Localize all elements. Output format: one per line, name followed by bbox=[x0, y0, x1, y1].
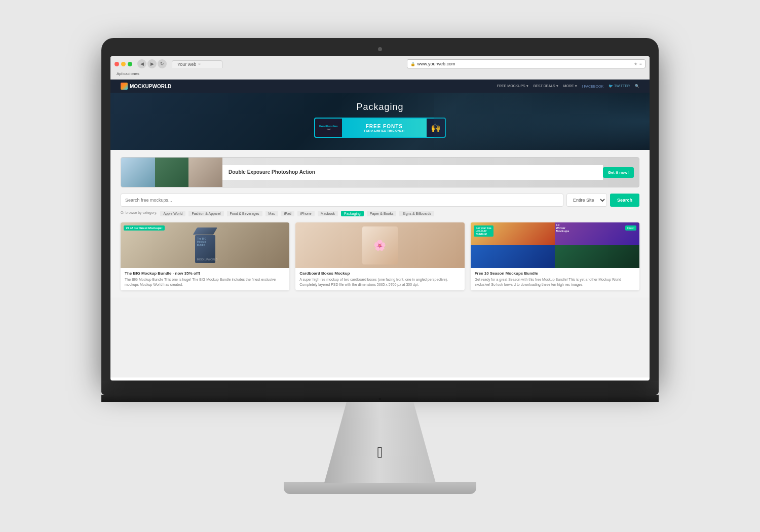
floral-box-illustration: 🌸 bbox=[362, 226, 398, 264]
nav-search[interactable]: 🔍 bbox=[635, 84, 639, 88]
navigation-bar: MOCKUPWORLD FREE MOCKUPS ▾ BEST DEALS ▾ … bbox=[110, 80, 650, 93]
product-desc-3: Get ready for a great Season with this f… bbox=[475, 277, 635, 287]
ad-title: Double Exposure Photoshop Action bbox=[229, 169, 597, 175]
product-grid: 75 of our finest Mockups! The BIGMockupB… bbox=[121, 222, 639, 290]
imac-screen: ◀ ▶ ↻ Your web × 🔒 www.yourweb.com ★ bbox=[110, 56, 650, 381]
category-bar-label: Or browse by category: bbox=[121, 211, 157, 216]
imac-camera bbox=[378, 47, 382, 51]
browser-chrome: ◀ ▶ ↻ Your web × 🔒 www.yourweb.com ★ bbox=[110, 56, 650, 80]
browser-tab[interactable]: Your web × bbox=[172, 60, 222, 68]
tab-close-button[interactable]: × bbox=[198, 62, 201, 66]
tab-title: Your web bbox=[177, 62, 196, 67]
imac-display: ◀ ▶ ↻ Your web × 🔒 www.yourweb.com ★ bbox=[101, 38, 659, 494]
product-card-3[interactable]: Get your freeHOLIDAYBUNDLE! Free! 10Wint… bbox=[471, 222, 639, 290]
address-bar[interactable]: 🔒 www.yourweb.com ★ ≡ bbox=[407, 59, 646, 68]
nav-buttons: ◀ ▶ ↻ bbox=[137, 59, 167, 68]
maximize-window-button[interactable] bbox=[128, 62, 132, 66]
nav-free-mockups[interactable]: FREE MOCKUPS ▾ bbox=[497, 84, 528, 88]
category-mac[interactable]: Mac bbox=[265, 211, 278, 216]
close-window-button[interactable] bbox=[115, 62, 119, 66]
site-header: MOCKUPWORLD FREE MOCKUPS ▾ BEST DEALS ▾ … bbox=[110, 80, 650, 150]
product-image-1: 75 of our finest Mockups! The BIGMockupB… bbox=[121, 222, 289, 268]
category-macbook[interactable]: Macbook bbox=[318, 211, 338, 216]
category-signs[interactable]: Signs & Billboards bbox=[399, 211, 434, 216]
banner-hands-icon: 🙌 bbox=[427, 123, 445, 133]
product-desc-2: A super high-res mockup of two cardboard… bbox=[299, 277, 460, 287]
forward-button[interactable]: ▶ bbox=[147, 59, 157, 68]
product-info-1: The BIG Mockup Bundle - now 35% off! The… bbox=[121, 268, 289, 290]
product-info-2: Cardboard Boxes Mockup A super high-res … bbox=[295, 268, 464, 290]
product-badge-3: Get your freeHOLIDAYBUNDLE! bbox=[474, 225, 493, 237]
category-packaging[interactable]: Packaging bbox=[341, 211, 364, 216]
product-card-2[interactable]: 🌸 Cardboard Boxes Mockup A super high-re… bbox=[295, 222, 464, 290]
imac-body: ◀ ▶ ↻ Your web × 🔒 www.yourweb.com ★ bbox=[101, 38, 659, 381]
imac-stand-base bbox=[284, 482, 476, 494]
nav-links: FREE MOCKUPS ▾ BEST DEALS ▾ MORE ▾ f FAC… bbox=[497, 84, 639, 88]
back-button[interactable]: ◀ bbox=[137, 59, 146, 68]
search-input[interactable] bbox=[121, 194, 563, 207]
category-ipad[interactable]: iPad bbox=[281, 211, 294, 216]
traffic-lights bbox=[115, 62, 132, 66]
product-image-2: 🌸 bbox=[295, 222, 464, 268]
ad-image-2 bbox=[155, 158, 189, 187]
bookmarks-bar: Aplicaciones bbox=[115, 70, 645, 77]
url-text: www.yourweb.com bbox=[417, 61, 455, 66]
product-title-3: Free 10 Season Mockups Bundle bbox=[475, 271, 635, 276]
ad-image-3 bbox=[188, 158, 222, 187]
product-badge-1: 75 of our finest Mockups! bbox=[124, 225, 165, 231]
product-title-2: Cardboard Boxes Mockup bbox=[299, 271, 460, 276]
nav-twitter[interactable]: 🐦 TWITTER bbox=[609, 84, 630, 88]
category-paper[interactable]: Paper & Books bbox=[367, 211, 397, 216]
nav-best-deals[interactable]: BEST DEALS ▾ bbox=[534, 84, 558, 88]
category-iphone[interactable]: iPhone bbox=[297, 211, 315, 216]
imac-stand:  bbox=[324, 402, 436, 483]
main-content: Double Exposure Photoshop Action Get it … bbox=[110, 150, 650, 297]
season-img-4 bbox=[555, 245, 639, 268]
season-img-3 bbox=[471, 245, 555, 268]
website-content: MOCKUPWORLD FREE MOCKUPS ▾ BEST DEALS ▾ … bbox=[110, 80, 650, 377]
product-card-1[interactable]: 75 of our finest Mockups! The BIGMockupB… bbox=[121, 222, 289, 290]
ad-images bbox=[121, 158, 222, 187]
tab-bar: Your web × bbox=[172, 60, 404, 68]
hero-section: Packaging FontBundles .net FREE FONTS FO… bbox=[110, 93, 650, 150]
site-logo[interactable]: MOCKUPWORLD bbox=[121, 83, 171, 90]
apple-logo:  bbox=[377, 444, 383, 461]
nav-facebook[interactable]: f FACEBOOK bbox=[582, 85, 603, 88]
apple-logo-icon: ● bbox=[378, 396, 382, 401]
category-food[interactable]: Food & Beverages bbox=[227, 211, 262, 216]
product-image-3: Get your freeHOLIDAYBUNDLE! Free! 10Wint… bbox=[471, 222, 639, 268]
ad-banner[interactable]: Double Exposure Photoshop Action Get it … bbox=[121, 157, 639, 187]
category-fashion[interactable]: Fashion & Apparel bbox=[188, 211, 223, 216]
category-apple-world[interactable]: Apple World bbox=[160, 211, 185, 216]
product-title-1: The BIG Mockup Bundle - now 35% off! bbox=[125, 271, 285, 276]
minimize-window-button[interactable] bbox=[121, 62, 126, 66]
banner-center: FREE FONTS FOR A LIMITED TIME ONLY! bbox=[342, 119, 427, 137]
category-bar: Or browse by category: Apple World Fashi… bbox=[121, 211, 639, 216]
product-desc-1: The BIG Mockup Bundle This one is huge! … bbox=[125, 277, 285, 287]
season-collage: 10WinterMockups bbox=[471, 222, 639, 268]
product-badge-free-3: Free! bbox=[625, 225, 636, 231]
product-info-3: Free 10 Season Mockups Bundle Get ready … bbox=[471, 268, 639, 290]
imac-lower-chin: ● bbox=[101, 395, 659, 402]
search-button[interactable]: Search bbox=[610, 194, 639, 207]
banner-left: FontBundles .net bbox=[315, 123, 342, 133]
box-mockup-illustration: The BIGMockupBundle MOCKUPWORLD bbox=[190, 227, 220, 263]
hero-title: Packaging bbox=[121, 102, 639, 112]
logo-text: MOCKUPWORLD bbox=[130, 84, 171, 89]
ad-cta-button[interactable]: Get it now! bbox=[603, 167, 634, 178]
nav-more[interactable]: MORE ▾ bbox=[563, 84, 577, 88]
logo-icon bbox=[121, 83, 128, 90]
imac-chin bbox=[101, 381, 659, 395]
ad-image-1 bbox=[121, 158, 155, 187]
refresh-button[interactable]: ↻ bbox=[158, 59, 167, 68]
hero-banner[interactable]: FontBundles .net FREE FONTS FOR A LIMITE… bbox=[314, 118, 446, 138]
search-dropdown[interactable]: Entire Site bbox=[566, 194, 607, 207]
search-section: Entire Site Search bbox=[121, 194, 639, 207]
ad-text: Double Exposure Photoshop Action bbox=[222, 165, 603, 180]
